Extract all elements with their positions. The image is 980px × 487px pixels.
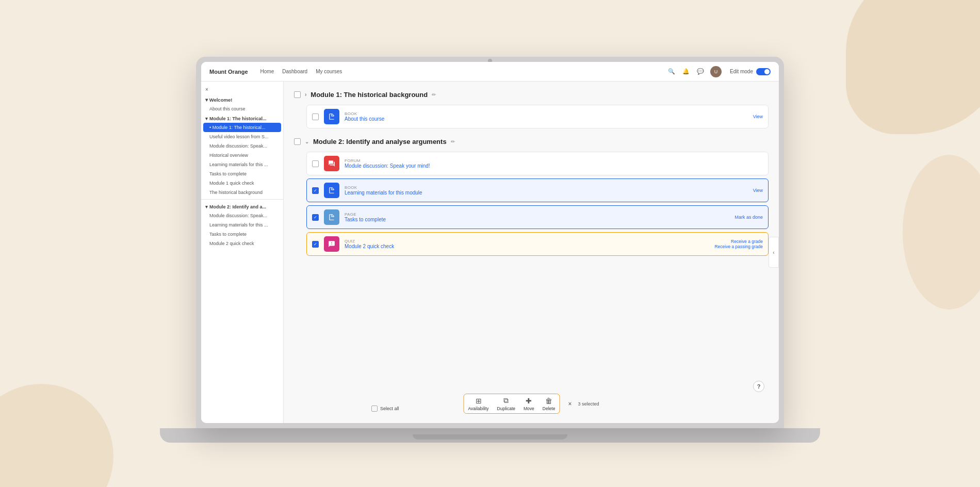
sidebar-item-tasks1[interactable]: Tasks to complete bbox=[201, 169, 283, 178]
activity-forum: FORUM Module discussion: Speak your mind… bbox=[306, 152, 769, 175]
action-availability[interactable]: ⊞ Availability bbox=[468, 397, 489, 411]
module2-expand-icon[interactable]: ⌄ bbox=[305, 139, 309, 144]
module1-title: Module 1: The historical background bbox=[311, 91, 428, 99]
module2-title: Module 2: Identify and analyse arguments bbox=[313, 138, 447, 145]
activity-page-icon bbox=[324, 209, 339, 225]
availability-label: Availability bbox=[468, 406, 489, 411]
sidebar-module1-header[interactable]: ▾ Module 1: The historical... bbox=[201, 113, 283, 123]
collapse-panel-button[interactable]: ‹ bbox=[769, 237, 779, 268]
module1-expand-icon[interactable]: › bbox=[305, 92, 306, 98]
activity-book2-type: BOOK bbox=[345, 185, 748, 190]
activity-page-info: PAGE Tasks to complete bbox=[345, 212, 729, 222]
activity-quiz-icon bbox=[324, 236, 339, 252]
sidebar-item-learning1[interactable]: Learning materials for this ... bbox=[201, 160, 283, 169]
duplicate-label: Duplicate bbox=[497, 406, 515, 411]
sidebar-item-quiz2[interactable]: Module 2 quick check bbox=[201, 239, 283, 248]
sidebar: × ▾ Welcome! About this course ▾ Module … bbox=[201, 82, 284, 423]
activity-book2-info: BOOK Learning materials for this module bbox=[345, 185, 748, 196]
activity-quiz-action2[interactable]: Receive a passing grade bbox=[714, 244, 763, 249]
sidebar-item-learning2[interactable]: Learning materials for this ... bbox=[201, 220, 283, 230]
nav-icons: 🔍 🔔 💬 U bbox=[667, 66, 722, 77]
action-move[interactable]: ✚ Move bbox=[524, 397, 534, 411]
activity-quiz: ✓ QUIZ Module 2 quick check Receive a gr… bbox=[306, 232, 769, 256]
duplicate-icon: ⧉ bbox=[503, 396, 509, 405]
bottom-action-bar: ⊞ Availability ⧉ Duplicate ✚ Move 🗑 bbox=[464, 394, 599, 414]
activity-page-action[interactable]: Mark as done bbox=[734, 215, 763, 220]
sidebar-module2-header[interactable]: ▾ Module 2: Identify and a... bbox=[201, 202, 283, 211]
activity-forum-checkbox[interactable] bbox=[312, 160, 319, 167]
activity-book-module2: ✓ BOOK Learning materials for this modul… bbox=[306, 178, 769, 202]
sidebar-item-discussion1[interactable]: Module discussion: Speak... bbox=[201, 141, 283, 151]
sidebar-welcome-header: ▾ Welcome! bbox=[201, 94, 283, 104]
edit-mode-toggle[interactable] bbox=[756, 68, 771, 75]
activity-quiz-checkbox[interactable]: ✓ bbox=[312, 241, 319, 248]
activity-book2-name[interactable]: Learning materials for this module bbox=[345, 190, 748, 196]
activity-forum-type: FORUM bbox=[345, 158, 763, 163]
user-avatar[interactable]: U bbox=[710, 66, 722, 77]
delete-label: Delete bbox=[543, 406, 556, 411]
activity-about-action[interactable]: View bbox=[753, 114, 763, 119]
search-icon[interactable]: 🔍 bbox=[667, 67, 676, 76]
sidebar-item-about[interactable]: About this course bbox=[201, 104, 283, 113]
main-area: × ▾ Welcome! About this course ▾ Module … bbox=[201, 82, 779, 423]
laptop-outer: Mount Orange Home Dashboard My courses 🔍… bbox=[196, 57, 784, 428]
activity-quiz-action1[interactable]: Receive a grade bbox=[714, 239, 763, 244]
sidebar-item-discussion2[interactable]: Module discussion: Speak... bbox=[201, 211, 283, 220]
activity-about-type: BOOK bbox=[345, 111, 748, 116]
sidebar-divider bbox=[201, 199, 283, 200]
activity-about-name[interactable]: About this course bbox=[345, 116, 748, 122]
activity-forum-name[interactable]: Module discussion: Speak your mind! bbox=[345, 163, 763, 169]
help-button[interactable]: ? bbox=[753, 381, 764, 392]
module2-section: ⌄ Module 2: Identify and analyse argumen… bbox=[294, 136, 769, 256]
module2-checkbox[interactable] bbox=[294, 138, 301, 145]
activity-forum-icon bbox=[324, 156, 339, 171]
activity-book-checkbox[interactable]: ✓ bbox=[312, 187, 319, 194]
sidebar-item-module1-active[interactable]: • Module 1: The historical... bbox=[203, 123, 281, 132]
edit-mode-label: Edit mode bbox=[730, 69, 753, 74]
module1-checkbox[interactable] bbox=[294, 91, 301, 98]
action-duplicate[interactable]: ⧉ Duplicate bbox=[497, 396, 515, 411]
delete-icon: 🗑 bbox=[545, 397, 552, 405]
activity-page: ✓ PAGE Tasks to complete Mark as done bbox=[306, 205, 769, 229]
bottom-bar-close-button[interactable]: × bbox=[568, 400, 571, 408]
activity-page-type: PAGE bbox=[345, 212, 729, 217]
laptop-screen: Mount Orange Home Dashboard My courses 🔍… bbox=[201, 62, 779, 423]
activity-page-name[interactable]: Tasks to complete bbox=[345, 217, 729, 222]
navbar: Mount Orange Home Dashboard My courses 🔍… bbox=[201, 62, 779, 82]
select-all-container: Select all bbox=[371, 405, 399, 412]
activity-book2-action[interactable]: View bbox=[753, 188, 763, 193]
sidebar-item-quiz1[interactable]: Module 1 quick check bbox=[201, 178, 283, 188]
blob-decoration-top-right bbox=[846, 0, 980, 134]
move-icon: ✚ bbox=[526, 397, 532, 405]
activity-book-icon bbox=[324, 109, 339, 124]
activity-quiz-type: QUIZ bbox=[345, 239, 709, 244]
nav-link-home[interactable]: Home bbox=[260, 69, 274, 74]
select-all-checkbox[interactable] bbox=[371, 405, 378, 412]
activity-quiz-name[interactable]: Module 2 quick check bbox=[345, 244, 709, 249]
messages-icon[interactable]: 💬 bbox=[696, 67, 705, 76]
blob-decoration-bottom-left bbox=[0, 384, 113, 487]
laptop-base-inner bbox=[413, 434, 567, 440]
module1-edit-icon[interactable]: ✏ bbox=[432, 92, 436, 98]
activity-about-checkbox[interactable] bbox=[312, 113, 319, 120]
select-all-label[interactable]: Select all bbox=[380, 406, 399, 411]
sidebar-item-tasks2[interactable]: Tasks to complete bbox=[201, 230, 283, 239]
activity-about-course: BOOK About this course View bbox=[306, 105, 769, 128]
nav-link-dashboard[interactable]: Dashboard bbox=[282, 69, 307, 74]
sidebar-item-historical-overview[interactable]: Historical overview bbox=[201, 151, 283, 160]
edit-mode-container: Edit mode bbox=[730, 68, 771, 75]
activity-quiz-actions: Receive a grade Receive a passing grade bbox=[714, 239, 763, 249]
nav-link-courses[interactable]: My courses bbox=[316, 69, 342, 74]
module1-header: › Module 1: The historical background ✏ bbox=[294, 89, 769, 101]
sidebar-item-historical-background[interactable]: The historical background bbox=[201, 188, 283, 197]
module1-section: › Module 1: The historical background ✏ … bbox=[294, 89, 769, 128]
laptop-base bbox=[160, 428, 820, 443]
module2-edit-icon[interactable]: ✏ bbox=[451, 139, 455, 144]
bell-icon[interactable]: 🔔 bbox=[681, 67, 691, 76]
action-delete[interactable]: 🗑 Delete bbox=[543, 397, 556, 411]
activity-page-checkbox[interactable]: ✓ bbox=[312, 214, 319, 221]
sidebar-close-button[interactable]: × bbox=[201, 85, 283, 94]
action-bar: ⊞ Availability ⧉ Duplicate ✚ Move 🗑 bbox=[464, 394, 560, 414]
sidebar-item-video[interactable]: Useful video lesson from S... bbox=[201, 132, 283, 141]
content-area: › Module 1: The historical background ✏ … bbox=[284, 82, 779, 423]
